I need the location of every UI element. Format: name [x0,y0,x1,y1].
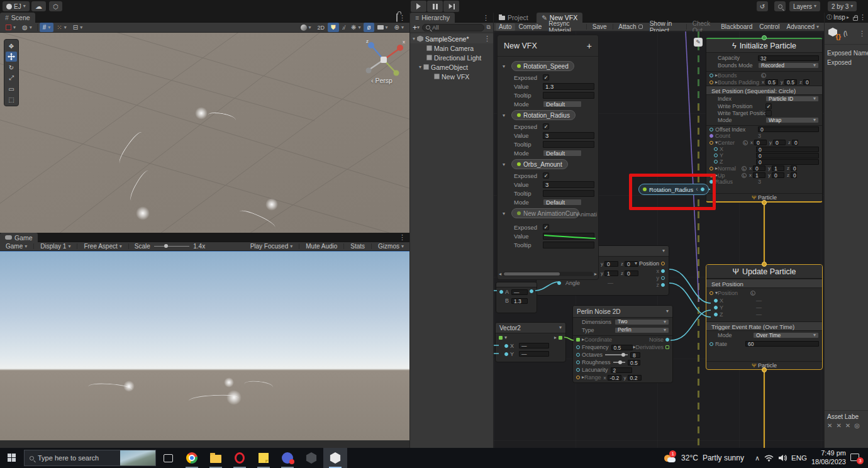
asset-bundle-icon[interactable]: ✕ [827,422,832,429]
hierarchy-item-gameobject[interactable]: ▾GameObject [410,62,493,72]
coordinate-input-port[interactable] [576,338,580,342]
x-input-port[interactable] [504,344,508,348]
game-mode-dropdown[interactable]: Game▾ [3,242,30,250]
y-output-port[interactable] [661,276,665,280]
hierarchy-search-input[interactable]: All [422,24,484,31]
chevron-down-icon[interactable]: ▾ [503,113,505,118]
bp-x-field[interactable]: 0.5 [765,79,778,85]
resync-material-button[interactable]: Resync Material [545,23,584,31]
attach-button[interactable]: Attach [615,23,645,31]
frequency-field[interactable]: 0.5 [611,345,633,350]
param-new-animationcurve[interactable]: New AnimationCurve [511,208,579,218]
roughness-field[interactable]: 0.5 [628,360,640,365]
position-y-port[interactable] [714,306,718,309]
taskbar-search-input[interactable]: Type here to search [24,450,156,466]
y-field[interactable]: — [519,351,549,357]
tab-hierarchy[interactable]: ≡ Hierarchy [410,13,455,23]
language-indicator[interactable]: ENG [791,454,807,462]
vec-field[interactable]: 0 [604,261,618,267]
vfx-graph-canvas[interactable]: ▾ L x0 y0 z0 L x0 y1 z0 Angle — ▾ [494,31,824,448]
2d-toggle[interactable]: 2D [314,23,328,32]
range-input-port[interactable] [576,376,580,379]
persp-label[interactable]: ‹ Persp [371,77,392,84]
game-menu-kebab-icon[interactable]: ⋮ [399,234,406,241]
position-output-port[interactable] [661,262,665,265]
chevron-down-icon[interactable]: ▾ [504,335,507,340]
center-z-port[interactable] [714,160,718,164]
play-focused-dropdown[interactable]: Play Focused▾ [247,242,296,250]
param-orbs-amount[interactable]: Orbs_Amount [511,159,568,169]
tab-game[interactable]: Game [0,233,38,242]
inspector-tab-label[interactable]: Insp [833,14,845,21]
multiply-output-port[interactable] [530,289,533,293]
rate-field[interactable]: 60 [745,341,819,347]
z-output-port[interactable] [661,283,665,287]
hierarchy-scene-row[interactable]: ▾ SampleScene* ⋮ [410,34,493,43]
value-field[interactable]: 3 [543,181,594,188]
search-button[interactable] [774,1,786,11]
count-input-port[interactable] [709,134,713,138]
play-button[interactable] [411,1,426,12]
show-in-project-button[interactable]: Show in Project [647,23,684,31]
blackboard-toggle[interactable]: Blackboard [718,23,755,31]
weather-widget-icon[interactable]: 1 [664,452,677,464]
tab-scene[interactable]: # Scene [0,13,35,23]
account-button[interactable]: EJ ▾ [3,1,30,11]
write-position-checkbox[interactable]: ✓ [765,103,772,109]
y-input-port[interactable] [504,352,508,356]
game-viewport[interactable] [0,251,409,440]
param-rotation-speed[interactable]: Rotation_Speed [511,61,574,71]
mode-dropdown[interactable]: Default [543,101,582,108]
noise-output-port[interactable] [665,338,669,342]
angle-input-port[interactable] [557,281,561,285]
x-field[interactable]: 0 [756,147,819,152]
write-target-position-checkbox[interactable] [765,110,772,116]
chevron-down-icon[interactable]: ▾ [503,211,505,216]
update-input-flow-anchor[interactable] [762,262,767,267]
clock[interactable]: 7:49 pm 18/08/2023 [811,449,846,467]
node-vector2[interactable]: Vector2▾ ▾ ▸ X — Y — [495,322,566,362]
saved-search-icon[interactable]: ⧉ [487,24,491,31]
vec-field[interactable]: 1 [604,270,618,276]
mode-dropdown[interactable]: Wrap▾ [765,117,819,123]
save-button[interactable]: Save [589,23,610,31]
scene-visibility-toggle[interactable]: ø [364,23,374,32]
bp-y-field[interactable]: 0.5 [784,79,797,85]
graph-badge-icon[interactable]: ✎ [694,38,703,47]
taskbar-app-chrome[interactable] [180,448,204,468]
center-input-port[interactable] [709,141,713,145]
value-field[interactable]: 1.3 [543,83,594,90]
x-output-port[interactable] [661,269,665,273]
rate-mode-dropdown[interactable]: Over Time▾ [753,332,819,338]
cloud-button[interactable]: ☁ [31,1,46,11]
type-dropdown[interactable]: Perlin▾ [615,327,669,333]
node-perlin-noise-2d[interactable]: Perlin Noise 2D▾ Dimensions Two▾ Type Pe… [572,305,673,383]
temperature-label[interactable]: 32°C [681,454,698,462]
view-tool-button[interactable]: ✥ [6,41,17,51]
undo-history-button[interactable]: ↺ [757,1,768,11]
wifi-icon[interactable] [764,454,774,462]
chevron-down-icon[interactable]: ▾ [662,248,665,254]
transform-tool-button[interactable]: ⬚ [6,94,17,104]
notification-center-button[interactable]: 3 [850,453,862,463]
center-x-field[interactable]: 0 [754,140,767,145]
range-y-field[interactable]: 0.2 [628,375,642,381]
center-x-port[interactable] [714,147,718,151]
hierarchy-item-new-vfx[interactable]: New VFX [410,72,493,81]
taskbar-app-explorer[interactable] [204,448,228,468]
value-field[interactable]: 3 [543,132,594,139]
bp-z-field[interactable]: 0 [803,79,810,85]
b-field[interactable]: 1.3 [511,298,528,304]
mute-audio-button[interactable]: Mute Audio [303,242,340,250]
tooltip-field[interactable] [543,190,594,197]
effects-toggle[interactable]: ❋▾ [348,23,364,32]
derivatives-output-port[interactable] [665,345,669,349]
tooltip-field[interactable] [543,141,594,148]
increment-snap-button[interactable]: ⁙▾ [53,23,69,32]
chevron-down-icon[interactable]: ▾ [503,64,505,69]
vector2-output-port[interactable] [559,336,562,340]
octaves-input-port[interactable] [576,353,580,357]
taskbar-app-unity-hub[interactable] [299,448,323,468]
move-tool-button[interactable] [6,52,17,62]
vector2-struct-port[interactable] [499,336,503,340]
